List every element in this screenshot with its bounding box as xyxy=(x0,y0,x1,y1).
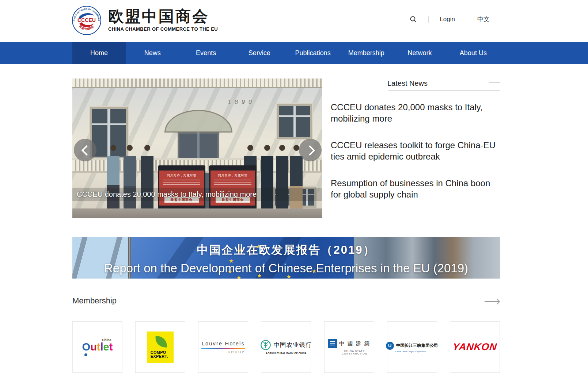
news-item[interactable]: CCCEU releases toolkit to forge China-EU… xyxy=(331,133,500,171)
yankon-wordmark: YANKON xyxy=(452,341,497,353)
person-silhouette xyxy=(141,150,153,213)
site-title-cn: 欧盟中国商会 xyxy=(108,8,218,25)
compo-line2: EXPERT. xyxy=(151,355,168,359)
main-nav: Home News Events Service Publications Me… xyxy=(0,42,588,64)
report-banner-wrap: 中国企业在欧发展报告（2019） Report on the Developme… xyxy=(72,237,500,279)
news-item[interactable]: CCCEU donates 20,000 masks to Italy, mob… xyxy=(331,95,500,133)
ctg-name-cn: 中国长江三峡集团公司 xyxy=(396,343,438,348)
header: CHINA CHAMBER OF COMMERCE TO THE EU CCCE… xyxy=(72,0,500,42)
carousel-next-button[interactable] xyxy=(299,139,322,161)
membership-more-arrow-icon[interactable] xyxy=(485,301,499,302)
brand-block: 欧盟中国商会 CHINA CHAMBER OF COMMERCE TO THE … xyxy=(108,8,218,32)
member-logo-louvre-hotels[interactable]: Louvre Hotels GROUP xyxy=(198,321,248,373)
nav-item-about-us[interactable]: About Us xyxy=(447,42,500,64)
member-logo-outlet-china[interactable]: Outlet China xyxy=(72,321,122,373)
outlet-letter: O xyxy=(82,341,91,353)
site-subtitle-en: CHINA CHAMBER OF COMMERCE TO THE EU xyxy=(108,26,218,32)
csc-name-cn: 中 國 建 築 xyxy=(339,340,370,347)
membership-title: Membership xyxy=(72,296,500,306)
outlet-letter: u xyxy=(90,341,97,353)
banner-slogan-cn: 同舟共济，共克时艰 xyxy=(159,173,204,177)
nav-item-network[interactable]: Network xyxy=(393,42,447,64)
nav-item-membership[interactable]: Membership xyxy=(339,42,393,64)
abc-name-cn: 中国农业银行 xyxy=(273,341,312,349)
compo-expert-wordmark: COMPO EXPERT. xyxy=(151,350,168,359)
ctg-emblem-icon: U xyxy=(386,342,394,350)
header-divider xyxy=(466,16,466,23)
carousel-prev-button[interactable] xyxy=(74,139,96,161)
louvre-hotels-logo: Louvre Hotels GROUP xyxy=(201,341,245,354)
nav-item-service[interactable]: Service xyxy=(233,42,286,64)
report-title-en: Report on the Development of Chinese Ent… xyxy=(72,261,500,275)
member-logo-compo-expert[interactable]: COMPO EXPERT. xyxy=(135,321,185,373)
main-nav-inner: Home News Events Service Publications Me… xyxy=(72,42,500,64)
banner-small-text xyxy=(163,180,200,185)
leaf-icon xyxy=(155,336,167,348)
csc-name-en: CHINA STATE CONSTRUCTION xyxy=(325,350,374,355)
carousel-slide[interactable]: 1890 同舟共济，共克时艰 欧盟中国商会 同舟共济，共克时艰 欧盟中国商会 C… xyxy=(72,78,322,218)
building-year-inscription: 1890 xyxy=(221,99,262,106)
person-silhouette xyxy=(290,150,303,213)
louvre-group-label: GROUP xyxy=(201,350,245,354)
ctg-logo: U 中国长江三峡集团公司 China Three Gorges Corporat… xyxy=(386,342,438,353)
header-divider xyxy=(428,16,429,23)
latest-news-underline xyxy=(388,90,500,91)
person-silhouette xyxy=(276,150,288,213)
nav-item-events[interactable]: Events xyxy=(179,42,233,64)
outlet-letter: t xyxy=(109,341,113,353)
report-title-cn: 中国企业在欧发展报告（2019） xyxy=(72,242,500,258)
latest-news-list: CCCEU donates 20,000 masks to Italy, mob… xyxy=(331,95,500,209)
latest-news-header: Latest News xyxy=(331,78,500,95)
abc-name-en: AGRICULTURAL BANK OF CHINA xyxy=(260,352,312,355)
member-logo-china-three-gorges[interactable]: U 中国长江三峡集团公司 China Three Gorges Corporat… xyxy=(387,321,437,373)
membership-header: Membership xyxy=(72,296,500,309)
ctg-name-en: China Three Gorges Corporation xyxy=(386,350,438,353)
person-silhouette xyxy=(261,150,273,213)
building-balcony-balustrade xyxy=(72,78,322,88)
member-logo-yankon[interactable]: YANKON xyxy=(450,321,500,373)
outlet-superscript: China xyxy=(102,338,111,342)
outlet-dot xyxy=(84,353,87,356)
louvre-wordmark: Louvre Hotels xyxy=(201,341,245,346)
carousel-caption: CCCEU donates 20,000 masks to Italy, mob… xyxy=(77,188,257,201)
outlet-letter: l xyxy=(100,341,103,353)
nav-item-news[interactable]: News xyxy=(126,42,179,64)
member-logo-china-state-construction[interactable]: 中 國 建 築 CHINA STATE CONSTRUCTION xyxy=(324,321,374,373)
building-window xyxy=(277,104,312,139)
banner-slogan-cn: 同舟共济，共克时艰 xyxy=(210,173,255,177)
nav-item-home[interactable]: Home xyxy=(72,42,126,64)
abc-logo: 中国农业银行 AGRICULTURAL BANK OF CHINA xyxy=(260,340,312,355)
report-banner[interactable]: 中国企业在欧发展报告（2019） Report on the Developme… xyxy=(72,237,500,279)
language-switch[interactable]: 中文 xyxy=(477,15,490,23)
member-logo-row: Outlet China COMPO EXPERT. Louvre Hotels… xyxy=(72,321,500,373)
banner-small-text xyxy=(214,180,251,185)
header-actions: Login 中文 xyxy=(409,15,490,23)
latest-news-more-dash[interactable] xyxy=(489,83,500,83)
outlet-letter: e xyxy=(103,341,109,353)
abc-wheat-emblem-icon xyxy=(260,340,271,350)
latest-news-panel: Latest News CCCEU donates 20,000 masks t… xyxy=(331,78,500,218)
main-section: 1890 同舟共济，共克时艰 欧盟中国商会 同舟共济，共克时艰 欧盟中国商会 C… xyxy=(72,78,500,218)
login-link[interactable]: Login xyxy=(440,16,455,23)
person-silhouette xyxy=(124,150,136,213)
louvre-gradient-line xyxy=(201,348,245,349)
news-item[interactable]: Resumption of businesses in China boon f… xyxy=(331,171,500,209)
member-logo-agricultural-bank-of-china[interactable]: 中国农业银行 AGRICULTURAL BANK OF CHINA xyxy=(261,321,311,373)
pavement xyxy=(72,208,322,218)
nav-item-publications[interactable]: Publications xyxy=(286,42,339,64)
carousel-caption-strip: CCCEU donates 20,000 masks to Italy, mob… xyxy=(72,188,322,201)
csc-logo: 中 國 建 築 CHINA STATE CONSTRUCTION xyxy=(325,339,374,355)
membership-section: Membership Outlet China COMPO EXPERT. Lo… xyxy=(72,296,500,373)
person-silhouette xyxy=(107,150,120,213)
csc-emblem-icon xyxy=(328,339,337,348)
compo-expert-logo: COMPO EXPERT. xyxy=(147,332,174,363)
logo-acronym: CCCEU xyxy=(77,17,96,23)
latest-news-title: Latest News xyxy=(331,79,484,88)
outlet-letter: t xyxy=(97,341,100,353)
search-icon[interactable] xyxy=(409,15,417,23)
outlet-logo: Outlet China xyxy=(82,341,113,353)
ccceu-logo-badge[interactable]: CHINA CHAMBER OF COMMERCE TO THE EU CCCE… xyxy=(72,5,102,35)
